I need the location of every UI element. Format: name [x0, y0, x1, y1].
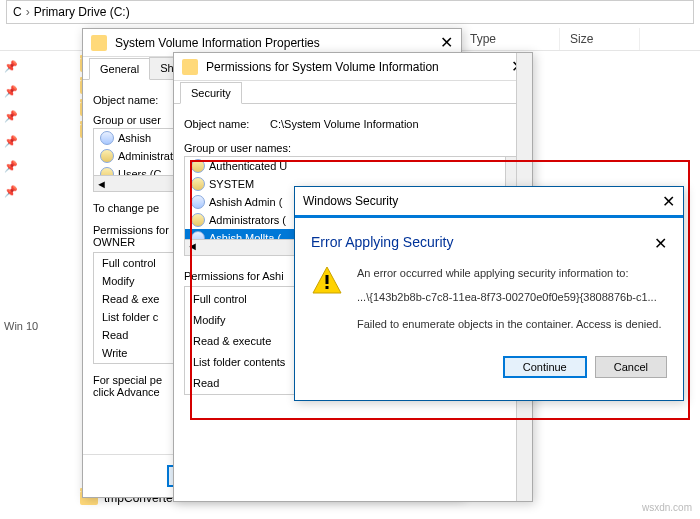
crumb-drive[interactable]: Primary Drive (C:): [34, 5, 130, 19]
group-icon: [100, 149, 114, 163]
window-title: Windows Security: [303, 194, 398, 208]
pin-icon: 📌: [4, 185, 18, 198]
close-icon[interactable]: ✕: [440, 33, 453, 52]
user-icon: [191, 195, 205, 209]
pin-icon: 📌: [4, 110, 18, 123]
titlebar[interactable]: Permissions for System Volume Informatio…: [174, 53, 532, 81]
svg-rect-1: [326, 275, 329, 284]
dialog-subtitle: Error Applying Security: [311, 234, 453, 253]
cancel-button[interactable]: Cancel: [595, 356, 667, 378]
crumb-c[interactable]: C: [13, 5, 22, 19]
tab-security[interactable]: Security: [180, 82, 242, 104]
user-icon: [100, 131, 114, 145]
object-name-label: Object name:: [93, 94, 179, 106]
window-title: System Volume Information Properties: [115, 36, 320, 50]
col-size[interactable]: Size: [560, 28, 640, 50]
pin-icon: 📌: [4, 160, 18, 173]
group-icon: [191, 213, 205, 227]
warning-icon: [311, 265, 343, 297]
titlebar[interactable]: Windows Security ✕: [295, 187, 683, 215]
pin-icon: 📌: [4, 60, 18, 73]
group-icon: [191, 177, 205, 191]
security-dialog: Windows Security ✕ Error Applying Securi…: [294, 186, 684, 401]
error-line-1: An error occurred while applying securit…: [357, 265, 662, 283]
tab-general[interactable]: General: [89, 58, 150, 80]
object-name-label: Object name:: [184, 118, 270, 130]
svg-rect-2: [326, 286, 329, 289]
sidebar-item-win10[interactable]: Win 10: [0, 314, 70, 338]
group-label: Group or user names:: [184, 142, 522, 154]
close-icon[interactable]: ✕: [654, 234, 667, 253]
folder-icon: [91, 35, 107, 51]
continue-button[interactable]: Continue: [503, 356, 587, 378]
folder-icon: [182, 59, 198, 75]
close-icon[interactable]: ✕: [662, 192, 675, 211]
error-path: ...\{143b2b8b-c7c8-11ea-8f73-00270e0f0e5…: [357, 289, 662, 307]
breadcrumb[interactable]: C › Primary Drive (C:): [6, 0, 694, 24]
pin-icon: 📌: [4, 135, 18, 148]
watermark: wsxdn.com: [642, 502, 692, 513]
col-type[interactable]: Type: [460, 28, 560, 50]
sidebar: 📌 📌 📌 📌 📌 📌 Win 10: [0, 54, 70, 494]
group-icon: [191, 159, 205, 173]
object-name-value: C:\System Volume Information: [270, 118, 419, 130]
pin-icon: 📌: [4, 85, 18, 98]
error-line-3: Failed to enumerate objects in the conta…: [357, 316, 662, 334]
chevron-right-icon: ›: [26, 5, 30, 19]
window-title: Permissions for System Volume Informatio…: [206, 60, 439, 74]
